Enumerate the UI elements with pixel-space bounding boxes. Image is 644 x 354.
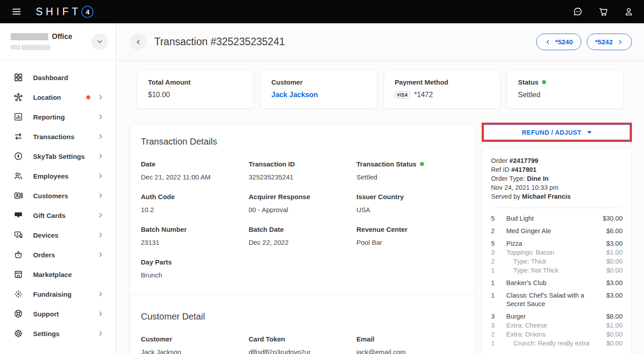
hamburger-menu-button[interactable] [11, 6, 22, 17]
field-value: Settled [356, 173, 464, 181]
summary-card-value: $10.00 [148, 90, 243, 100]
field-value: jack@email.com [356, 348, 464, 354]
field-label: Day Parts [141, 258, 249, 266]
orders-icon [13, 250, 23, 260]
field-label: Issuer Country [356, 193, 464, 200]
sidebar-item-label: Settings [33, 330, 59, 337]
item-qty: 2 [491, 227, 506, 235]
sidebar-item-devices[interactable]: Devices [0, 225, 116, 245]
field-email: Emailjack@email.com [356, 335, 464, 354]
sidebar-item-label: Reporting [33, 113, 65, 121]
field-transaction-id: Transaction ID325235235241 [249, 160, 356, 181]
order-item-modifier: 3Extra: Cheese$1.00 [491, 321, 623, 330]
item-price: $0.00 [606, 330, 623, 339]
summary-card-status: StatusSettled [507, 70, 624, 109]
customer-link[interactable]: Jack Jackson [271, 90, 366, 100]
field-value: dlfjsdlfj2o3rudnvo2ur [249, 348, 356, 354]
back-button[interactable] [130, 34, 146, 50]
item-name: Pizza [506, 239, 606, 248]
sidebar-item-label: Employees [33, 172, 68, 180]
order-item: 2Med Ginger Ale$6.00 [491, 227, 623, 235]
sidebar-item-label: SkyTab Settings [33, 153, 85, 160]
sidebar-item-marketplace[interactable]: Marketplace [0, 264, 116, 284]
office-dropdown-button[interactable] [91, 34, 108, 50]
redacted-office-name [11, 33, 48, 40]
chevron-right-icon [97, 172, 104, 179]
field-date: DateDec 21, 2022 11:00 AM [141, 160, 249, 181]
order-item-modifier: 2Type: Thick$0.00 [491, 257, 623, 266]
field-value: USA [356, 206, 464, 214]
prev-transaction-button[interactable]: *5240 [536, 34, 581, 50]
sidebar-item-label: Customers [33, 192, 68, 200]
sidebar-item-customers[interactable]: Customers [0, 186, 116, 205]
chat-icon[interactable] [572, 6, 583, 17]
sidebar-item-reporting[interactable]: Reporting [0, 107, 116, 127]
item-name: Bud Light [506, 214, 603, 223]
refund-adjust-button[interactable]: REFUND / ADJUST [483, 124, 630, 140]
transaction-details-card: Transaction Details DateDec 21, 2022 11:… [130, 124, 475, 354]
field-value: Brunch [141, 271, 249, 279]
order-divider [491, 208, 623, 208]
next-transaction-button[interactable]: *5242 [587, 34, 632, 50]
sidebar-item-fundraising[interactable]: Fundraising [0, 284, 116, 304]
sidebar-item-support[interactable]: Support [0, 304, 116, 324]
order-item-modifier: 1Type: Not Thick$0.00 [491, 266, 623, 275]
annotation-highlight: REFUND / ADJUST [482, 123, 632, 142]
settings-icon [13, 328, 23, 338]
summary-card-label: Payment Method [395, 78, 490, 86]
item-qty: 5 [491, 239, 506, 248]
order-info-line: Nov 24, 2021 10:33 pm [491, 183, 623, 192]
item-price: $0.00 [606, 257, 623, 266]
field-label: Transaction Status [356, 160, 464, 168]
item-name: Banker's Club [506, 279, 606, 287]
field-label: Card Token [249, 335, 356, 343]
field-value: Pool Bar [356, 239, 464, 247]
item-price: $0.00 [606, 339, 623, 348]
chevron-right-icon [97, 330, 104, 337]
chevron-right-icon [97, 94, 104, 101]
cart-icon[interactable] [598, 6, 609, 17]
notification-dot [86, 95, 90, 99]
sidebar-item-transactions[interactable]: Transactions [0, 127, 116, 146]
sidebar-item-gift-cards[interactable]: Gift Cards [0, 205, 116, 225]
summary-card-total-amount: Total Amount$10.00 [137, 70, 254, 109]
item-qty: 3 [491, 248, 506, 257]
sidebar-item-location[interactable]: Location [0, 87, 116, 107]
order-card: Order #2417799Ref ID #417801Order Type: … [482, 148, 632, 354]
sidebar-item-label: Location [33, 94, 61, 101]
order-sidebar: REFUND / ADJUST Order #2417799Ref ID #41… [482, 123, 632, 354]
order-item: 5Bud Light$30.00 [491, 214, 623, 223]
sidebar-item-settings[interactable]: Settings [0, 324, 116, 343]
logo-text: SHIFT [36, 6, 81, 18]
customer-detail-grid: CustomerJack JacksonCard Tokendlfjsdlfj2… [130, 335, 475, 354]
item-price: $0.00 [606, 266, 623, 275]
sidebar-item-orders[interactable]: Orders [0, 245, 116, 264]
field-revenue-center: Revenue CenterPool Bar [356, 226, 464, 247]
account-icon[interactable] [623, 6, 634, 17]
field-transaction-status: Transaction StatusSettled [356, 160, 464, 181]
employees-icon [13, 171, 23, 181]
next-transaction-label: *5242 [595, 38, 613, 46]
order-info-line: Order #2417799 [491, 156, 623, 165]
chevron-right-icon [97, 153, 104, 160]
status-dot [542, 80, 546, 84]
sidebar-item-skytab-settings[interactable]: SkyTab Settings [0, 146, 116, 166]
order-item: 1Banker's Club$3.00 [491, 279, 623, 287]
sidebar-item-employees[interactable]: Employees [0, 166, 116, 186]
field-label: Transaction ID [249, 160, 356, 168]
location-icon [13, 92, 23, 102]
field-issuer-country: Issuer CountryUSA [356, 193, 464, 214]
chevron-right-icon [97, 133, 104, 140]
page-title: Transaction #325235235241 [154, 36, 285, 48]
chevron-right-icon [97, 310, 104, 317]
chevron-right-icon [97, 251, 104, 258]
sidebar-item-dashboard[interactable]: Dashboard [0, 68, 116, 87]
order-info-line: Ref ID #417801 [491, 165, 623, 174]
fundraising-icon [13, 289, 23, 299]
item-qty: 1 [491, 279, 506, 287]
item-qty: 3 [491, 321, 506, 330]
sidebar-item-label: Transactions [33, 133, 75, 141]
sidebar-item-label: Gift Cards [33, 212, 66, 219]
field-label: Date [141, 160, 249, 168]
office-code: 002 [11, 44, 21, 51]
